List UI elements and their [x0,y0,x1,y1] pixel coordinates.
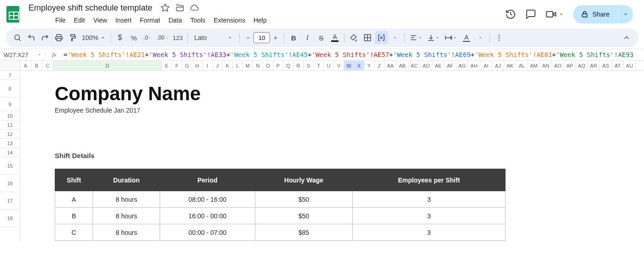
table-cell[interactable]: 3 [353,191,506,208]
v-align-icon[interactable] [425,31,442,44]
col-AE[interactable]: AE [432,61,444,70]
formula-bar[interactable]: ='Week 5 Shifts'!AE21+'Week 5 Shifts'!AE… [63,51,644,58]
table-cell[interactable]: 3 [353,224,506,241]
sheet-canvas[interactable]: Company Name Employee Schedule Jan 2017 … [20,71,644,242]
col-C[interactable]: C [42,61,53,70]
col-AF[interactable]: AF [444,61,456,70]
col-Q[interactable]: Q [283,61,293,70]
menu-help[interactable]: Help [250,15,270,26]
cloud-status-icon[interactable] [190,3,199,12]
col-AI[interactable]: AI [480,61,492,70]
col-O[interactable]: O [263,61,273,70]
table-cell[interactable]: 00:00 - 07:00 [160,224,255,241]
col-H[interactable]: H [192,61,202,70]
col-AA[interactable]: AA [385,61,397,70]
table-cell[interactable]: 3 [353,208,506,224]
menu-insert[interactable]: Insert [112,15,135,26]
font-select[interactable]: Lato [190,32,236,44]
table-cell[interactable]: 8 hours [93,208,160,224]
comment-icon[interactable] [525,9,536,20]
col-F[interactable]: F [172,61,182,70]
strikethrough-icon[interactable]: S [315,31,328,44]
menu-file[interactable]: File [52,15,69,26]
merge-cells-icon[interactable] [375,31,388,44]
share-button[interactable]: Share [573,5,618,23]
table-cell[interactable]: B [55,208,93,224]
col-L[interactable]: L [233,61,243,70]
row-11[interactable]: 11 [0,120,20,130]
col-AK[interactable]: AK [504,61,516,70]
col-AH[interactable]: AH [468,61,480,70]
borders-icon[interactable] [361,31,374,44]
col-S[interactable]: S [304,61,314,70]
col-M[interactable]: M [243,61,253,70]
col-P[interactable]: P [273,61,283,70]
wrap-icon[interactable] [443,31,459,44]
search-icon[interactable] [11,31,24,44]
share-dropdown[interactable] [618,5,633,23]
currency-icon[interactable]: $ [114,31,126,44]
menu-tools[interactable]: Tools [187,15,209,26]
col-AC[interactable]: AC [408,61,420,70]
col-T[interactable]: T [314,61,324,70]
table-cell[interactable]: 8 hours [93,191,160,208]
menu-edit[interactable]: Edit [70,15,89,26]
col-AT[interactable]: AT [612,61,624,70]
font-size-increase[interactable]: + [270,32,281,43]
col-AB[interactable]: AB [397,61,408,70]
redo-icon[interactable] [39,31,52,44]
row-17[interactable]: 17 [0,192,20,210]
col-E[interactable]: E [162,61,172,70]
merge-dropdown-icon[interactable] [389,31,402,44]
font-size-input[interactable] [253,32,270,43]
more-toolbar-icon[interactable] [493,31,506,44]
row-14[interactable]: 14 [0,148,20,157]
table-cell[interactable]: $85 [255,224,352,241]
select-all-corner[interactable] [0,61,20,70]
col-G[interactable]: G [182,61,192,70]
col-AD[interactable]: AD [420,61,432,70]
col-V[interactable]: V [334,61,344,70]
fill-color-icon[interactable] [347,31,360,44]
col-Y[interactable]: Y [364,61,374,70]
zoom-select[interactable]: 100% [80,33,108,42]
row-13[interactable]: 13 [0,139,20,148]
col-U[interactable]: U [324,61,334,70]
meet-button[interactable] [546,9,564,20]
italic-icon[interactable]: I [301,31,314,44]
increase-decimal-icon[interactable]: .00→ [155,31,170,44]
percent-icon[interactable]: % [127,31,140,44]
menu-view[interactable]: View [90,15,111,26]
col-AJ[interactable]: AJ [492,61,504,70]
paint-format-icon[interactable] [66,31,79,44]
col-AO[interactable]: AO [552,61,564,70]
decrease-decimal-icon[interactable]: .0← [141,31,154,44]
sheets-logo[interactable] [4,5,22,23]
col-R[interactable]: R [293,61,304,70]
menu-data[interactable]: Data [165,15,186,26]
col-X[interactable]: X [354,61,364,70]
move-icon[interactable] [175,3,184,12]
col-AQ[interactable]: AQ [576,61,588,70]
col-AL[interactable]: AL [516,61,528,70]
column-headers[interactable]: ABCDEFGHIJKLMNOPQRSTUVWXYZAAABACADAEAFAG… [0,61,644,71]
col-AN[interactable]: AN [540,61,552,70]
col-AM[interactable]: AM [528,61,540,70]
menu-extensions[interactable]: Extensions [210,15,248,26]
col-D[interactable]: D [53,61,162,70]
row-15[interactable]: 15 [0,157,20,175]
col-B[interactable]: B [31,61,42,70]
star-icon[interactable] [161,3,170,12]
col-AR[interactable]: AR [588,61,600,70]
table-cell[interactable]: A [55,191,93,208]
row-18[interactable]: 18 [0,210,20,227]
collapse-toolbar-icon[interactable] [620,31,633,44]
history-icon[interactable] [505,9,516,20]
table-cell[interactable]: 8 hours [93,224,160,241]
row-10[interactable]: 10 [0,111,20,120]
rotate-text-icon[interactable]: A [460,31,473,44]
col-AU[interactable]: AU [624,61,636,70]
row-12[interactable]: 12 [0,130,20,139]
table-cell[interactable]: $50 [255,191,352,208]
table-cell[interactable]: 08:00 - 16:00 [160,191,255,208]
